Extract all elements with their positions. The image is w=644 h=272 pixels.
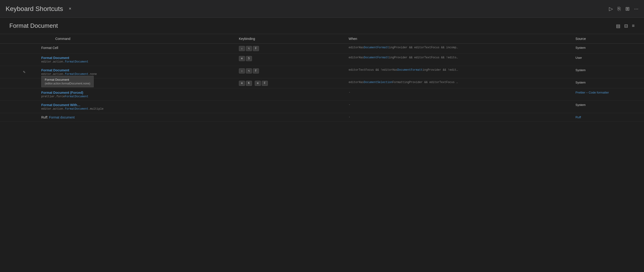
key-badge: K <box>246 81 252 86</box>
command-name: Format Selection <box>41 81 230 84</box>
subheader: Format Document ▤ ⊟ ≡ <box>0 18 644 34</box>
row-edit-cell: ✎ <box>22 66 37 78</box>
command-cell: Format Documenteditor.action.formatDocum… <box>37 66 234 78</box>
source-cell: System <box>571 78 644 88</box>
when-text: editorTextFocus && !editorHasDocumentFor… <box>348 68 484 72</box>
table-row[interactable]: Format Document (Forced)prettier.forceFo… <box>0 88 644 101</box>
row-edit-cell <box>22 101 37 113</box>
command-name: Format Document <box>41 56 230 60</box>
source-cell: System <box>571 66 644 78</box>
when-text: - <box>348 115 484 119</box>
command-cell: Format Documenteditor.action.formatDocum… <box>37 54 234 66</box>
source-label[interactable]: Ruff <box>576 115 581 119</box>
source-cell: User <box>571 54 644 66</box>
row-number <box>0 44 22 54</box>
keybinding-cell: ⌘K⌘F <box>234 78 344 88</box>
key-badge: ⌘ <box>239 56 245 61</box>
row-number <box>0 54 22 66</box>
row-number <box>0 78 22 88</box>
key-badge: F <box>253 46 259 51</box>
command-name: Format Document With… <box>41 103 230 107</box>
key-combo: ⌘K⌘F <box>239 81 339 86</box>
when-cell: editorHasDocumentFormattingProvider && e… <box>344 54 571 66</box>
when-text: editorHasDocumentSelectionFormattingProv… <box>348 81 484 84</box>
command-name: Format Document <box>41 68 230 72</box>
menu-icon[interactable]: ≡ <box>632 23 635 28</box>
copy-icon[interactable]: ⎘ <box>618 6 621 12</box>
command-name: Format Cell <box>41 46 230 50</box>
window-title: Keyboard Shortcuts <box>6 5 63 12</box>
command-id: editor.action.formatDocument.multiple <box>41 107 230 111</box>
source-label[interactable]: Prettier – Code formatter <box>576 91 609 94</box>
source-label: System <box>576 81 586 84</box>
when-text: - <box>348 91 484 94</box>
command-id: editor.action.formatDocument <box>41 60 230 63</box>
table-row[interactable]: Format Documenteditor.action.formatDocum… <box>0 54 644 66</box>
source-label: System <box>576 68 586 72</box>
when-text: - <box>348 103 484 106</box>
shortcuts-table-container: Command Keybinding When Source Format Ce… <box>0 34 644 272</box>
command-name: Ruff: Format document <box>41 115 230 119</box>
row-edit-cell <box>22 78 37 88</box>
source-label: User <box>576 56 582 59</box>
when-text: editorHasDocumentFormattingProvider && e… <box>348 56 484 59</box>
source-cell: Prettier – Code formatter <box>571 88 644 101</box>
col-header-command: Command <box>37 34 234 44</box>
source-label: System <box>576 103 586 107</box>
row-edit-cell <box>22 88 37 101</box>
col-header-spacer <box>0 34 22 44</box>
col-header-keybinding: Keybinding <box>234 34 344 44</box>
row-edit-cell <box>22 113 37 122</box>
table-row[interactable]: Ruff: Format document-Ruff <box>0 113 644 122</box>
command-cell: Format Document (Forced)prettier.forceFo… <box>37 88 234 101</box>
source-label: System <box>576 46 586 49</box>
table-row[interactable]: ✎Format Documenteditor.action.formatDocu… <box>0 66 644 78</box>
when-cell: editorTextFocus && !editorHasDocumentFor… <box>344 66 571 78</box>
key-badge: F <box>253 68 259 73</box>
row-number <box>0 101 22 113</box>
keybinding-cell <box>234 113 344 122</box>
command-id: editor.action.formatDocument.none <box>41 72 230 76</box>
keybinding-cell: ⇧⌥F <box>234 44 344 54</box>
command-cell: Format Selection <box>37 78 234 88</box>
table-body: Format Cell⇧⌥FeditorHasDocumentFormattin… <box>0 44 644 122</box>
table-row[interactable]: Format Document With…editor.action.forma… <box>0 101 644 113</box>
source-cell: System <box>571 101 644 113</box>
keybinding-cell <box>234 88 344 101</box>
command-cell: Format Document With…editor.action.forma… <box>37 101 234 113</box>
more-icon[interactable]: ··· <box>634 6 638 12</box>
source-cell: Ruff <box>571 113 644 122</box>
layout-icon[interactable]: ⊞ <box>625 6 630 12</box>
when-cell: - <box>344 101 571 113</box>
title-bar-actions: ▷ ⎘ ⊞ ··· <box>609 6 638 12</box>
keybinding-cell: ⇧⌥F <box>234 66 344 78</box>
col-header-when: When <box>344 34 571 44</box>
col-header-edit <box>22 34 37 44</box>
run-icon[interactable]: ▷ <box>609 6 613 12</box>
keybinding-cell: ⌘S <box>234 54 344 66</box>
table-row[interactable]: Format Selection⌘K⌘FeditorHasDocumentSel… <box>0 78 644 88</box>
key-badge: ⌘ <box>255 81 261 86</box>
row-edit-cell <box>22 44 37 54</box>
title-bar: Keyboard Shortcuts × ▷ ⎘ ⊞ ··· <box>0 0 644 18</box>
subheader-title: Format Document <box>9 22 58 29</box>
command-id: prettier.forceFormatDocument <box>41 95 230 98</box>
filter-icon[interactable]: ▤ <box>616 23 620 29</box>
key-badge: ⌥ <box>246 46 252 51</box>
key-combo: ⇧⌥F <box>239 46 339 51</box>
subheader-actions: ▤ ⊟ ≡ <box>616 23 635 29</box>
when-cell: - <box>344 113 571 122</box>
key-combo: ⇧⌥F <box>239 68 339 73</box>
collapse-icon[interactable]: ⊟ <box>624 23 628 29</box>
key-badge: F <box>262 81 268 86</box>
when-text: editorHasDocumentFormattingProvider && e… <box>348 46 484 49</box>
key-badge: S <box>246 56 252 61</box>
key-combo: ⌘S <box>239 56 339 61</box>
when-cell: - <box>344 88 571 101</box>
close-button[interactable]: × <box>66 5 74 12</box>
keybinding-cell <box>234 101 344 113</box>
table-row[interactable]: Format Cell⇧⌥FeditorHasDocumentFormattin… <box>0 44 644 54</box>
row-number <box>0 88 22 101</box>
col-header-source: Source <box>571 34 644 44</box>
edit-icon[interactable]: ✎ <box>23 70 26 74</box>
